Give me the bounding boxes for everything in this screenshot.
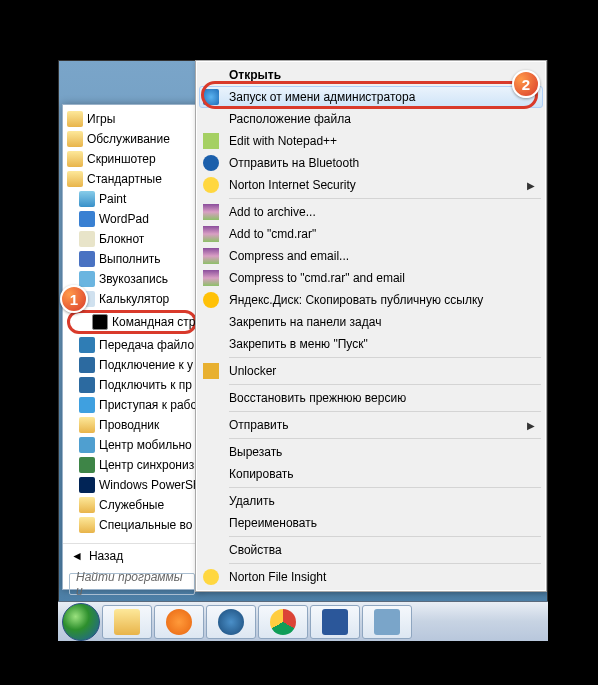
ico-yadisk-icon [203, 292, 219, 308]
ctx-item-5-1[interactable]: Копировать [199, 463, 543, 485]
start-button[interactable] [62, 603, 100, 641]
start-menu-item-17[interactable]: Центр синхрониз [65, 455, 199, 475]
start-menu-item-13[interactable]: Подключить к пр [65, 375, 199, 395]
ico-bt-icon [203, 155, 219, 171]
ctx-item-6-0[interactable]: Удалить [199, 490, 543, 512]
start-menu-item-3[interactable]: Стандартные [65, 169, 199, 189]
ctx-item-7-0[interactable]: Свойства [199, 539, 543, 561]
ico-unlock-icon [203, 363, 219, 379]
ctx-item-label: Переименовать [229, 516, 317, 530]
taskbar-explorer[interactable] [102, 605, 152, 639]
ctx-item-label: Norton File Insight [229, 570, 326, 584]
blank-icon [203, 466, 219, 482]
start-menu-item-15[interactable]: Проводник [65, 415, 199, 435]
ctx-item-6-1[interactable]: Переименовать [199, 512, 543, 534]
start-menu-item-label: Стандартные [87, 172, 162, 186]
start-menu-item-5[interactable]: WordPad [65, 209, 199, 229]
ctx-separator [229, 198, 541, 199]
ico-getstart-icon [79, 397, 95, 413]
ico-mobility-icon [79, 437, 95, 453]
start-menu-item-0[interactable]: Игры [65, 109, 199, 129]
start-menu-item-11[interactable]: Передача файло [65, 335, 199, 355]
ctx-item-0-5[interactable]: Norton Internet Security▶ [199, 174, 543, 196]
ctx-item-label: Яндекс.Диск: Скопировать публичную ссылк… [229, 293, 483, 307]
ctx-item-0-2[interactable]: Расположение файла [199, 108, 543, 130]
ctx-item-label: Свойства [229, 543, 282, 557]
start-menu-item-label: Центр синхрониз [99, 458, 194, 472]
ctx-item-1-4[interactable]: Яндекс.Диск: Скопировать публичную ссылк… [199, 289, 543, 311]
ico-wordpad-icon [79, 211, 95, 227]
ctx-item-label: Compress to "cmd.rar" and email [229, 271, 405, 285]
ctx-separator [229, 438, 541, 439]
start-menu-search[interactable]: Найти программы и [69, 573, 195, 595]
start-menu-item-label: WordPad [99, 212, 149, 226]
ctx-item-1-5[interactable]: Закрепить на панели задач [199, 311, 543, 333]
ctx-separator [229, 384, 541, 385]
ctx-item-1-3[interactable]: Compress to "cmd.rar" and email [199, 267, 543, 289]
blank-icon [203, 417, 219, 433]
ctx-item-4-0[interactable]: Отправить▶ [199, 414, 543, 436]
ctx-item-label: Вырезать [229, 445, 282, 459]
ico-explorer-icon [79, 417, 95, 433]
start-menu-item-7[interactable]: Выполнить [65, 249, 199, 269]
ico-ps-icon [79, 477, 95, 493]
start-menu-item-8[interactable]: Звукозапись [65, 269, 199, 289]
submenu-arrow-icon: ▶ [527, 180, 535, 191]
start-menu-item-12[interactable]: Подключение к у [65, 355, 199, 375]
start-menu-item-2[interactable]: Скриншотер [65, 149, 199, 169]
start-menu-item-14[interactable]: Приступая к рабо [65, 395, 199, 415]
start-menu-item-label: Командная стро [112, 315, 201, 329]
ctx-item-0-3[interactable]: Edit with Notepad++ [199, 130, 543, 152]
blank-icon [203, 542, 219, 558]
folder-icon [79, 517, 95, 533]
taskbar-hp[interactable] [206, 605, 256, 639]
ctx-item-label: Add to archive... [229, 205, 316, 219]
start-menu-item-label: Специальные во [99, 518, 193, 532]
ctx-item-1-6[interactable]: Закрепить в меню "Пуск" [199, 333, 543, 355]
ctx-item-8-0[interactable]: Norton File Insight [199, 566, 543, 588]
ctx-item-0-0[interactable]: Открыть [199, 64, 543, 86]
start-menu-item-10[interactable]: Командная стро [67, 310, 197, 334]
start-menu-item-label: Передача файло [99, 338, 194, 352]
start-menu-item-label: Скриншотер [87, 152, 156, 166]
taskbar-chrome[interactable] [258, 605, 308, 639]
start-menu-item-16[interactable]: Центр мобильно [65, 435, 199, 455]
taskbar-wmp[interactable] [154, 605, 204, 639]
start-menu-item-20[interactable]: Специальные во [65, 515, 199, 535]
ctx-item-0-1[interactable]: Запуск от имени администратора [199, 86, 543, 108]
taskbar-scanner[interactable] [362, 605, 412, 639]
blank-icon [203, 493, 219, 509]
ico-run-icon [79, 251, 95, 267]
ico-paint-icon [79, 191, 95, 207]
badge-2: 2 [512, 70, 540, 98]
start-menu-item-18[interactable]: Windows PowerSh [65, 475, 199, 495]
ctx-item-1-1[interactable]: Add to "cmd.rar" [199, 223, 543, 245]
ctx-item-2-0[interactable]: Unlocker [199, 360, 543, 382]
ctx-item-1-2[interactable]: Compress and email... [199, 245, 543, 267]
ico-rar-icon [203, 204, 219, 220]
context-menu: ОткрытьЗапуск от имени администратораРас… [195, 60, 547, 592]
ctx-item-label: Отправить на Bluetooth [229, 156, 359, 170]
ctx-item-5-0[interactable]: Вырезать [199, 441, 543, 463]
submenu-arrow-icon: ▶ [527, 420, 535, 431]
taskbar-word[interactable] [310, 605, 360, 639]
ctx-item-0-4[interactable]: Отправить на Bluetooth [199, 152, 543, 174]
blank-icon [203, 314, 219, 330]
start-menu-item-19[interactable]: Служебные [65, 495, 199, 515]
ctx-item-3-0[interactable]: Восстановить прежнюю версию [199, 387, 543, 409]
ctx-item-1-0[interactable]: Add to archive... [199, 201, 543, 223]
folder-icon [67, 111, 83, 127]
ctx-item-label: Запуск от имени администратора [229, 90, 415, 104]
start-menu-item-label: Обслуживание [87, 132, 170, 146]
ico-cmd-icon [92, 314, 108, 330]
start-menu-item-1[interactable]: Обслуживание [65, 129, 199, 149]
start-menu-item-label: Центр мобильно [99, 438, 192, 452]
ctx-item-label: Закрепить в меню "Пуск" [229, 337, 368, 351]
ico-shield-icon [203, 89, 219, 105]
start-menu-item-6[interactable]: Блокнот [65, 229, 199, 249]
start-menu-item-4[interactable]: Paint [65, 189, 199, 209]
taskbar [58, 601, 548, 641]
ico-rar-icon [203, 270, 219, 286]
start-menu-back[interactable]: ◄Назад [63, 543, 201, 567]
start-menu-item-label: Блокнот [99, 232, 144, 246]
